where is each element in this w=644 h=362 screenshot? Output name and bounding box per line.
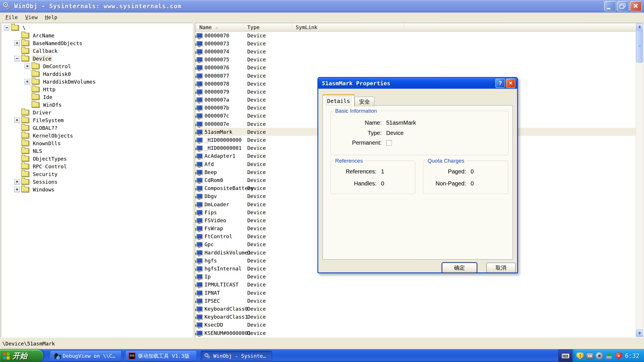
tree-item[interactable]: WinDfs: [1, 101, 193, 109]
scroll-up-icon[interactable]: ∧: [636, 23, 643, 31]
security-warning-shield-icon[interactable]: !: [576, 352, 584, 359]
list-row[interactable]: 00000076 Device: [195, 64, 636, 72]
tree-item-label[interactable]: FileSystem: [32, 117, 65, 124]
tree-item[interactable]: RPC Control: [1, 163, 193, 170]
ok-button[interactable]: 确定: [442, 263, 477, 273]
tree-item-label[interactable]: KernelObjects: [32, 132, 74, 139]
object-type: Device: [243, 73, 292, 79]
tree-item-label[interactable]: Windows: [32, 186, 56, 193]
taskbar-task-button[interactable]: WinObj - Sysinte...: [201, 351, 272, 361]
expand-icon[interactable]: +: [25, 79, 30, 84]
tree-item[interactable]: Driver: [1, 109, 193, 116]
minimize-button[interactable]: [604, 1, 616, 11]
taskbar-clock[interactable]: 6:32: [625, 353, 644, 359]
column-header-name[interactable]: Name △: [195, 23, 243, 31]
tree-item[interactable]: − Device: [1, 55, 193, 62]
list-row[interactable]: KeyboardClass0 Device: [195, 305, 636, 313]
close-button[interactable]: [630, 1, 642, 11]
safely-remove-hardware-icon[interactable]: [605, 352, 613, 359]
vmware-tools-icon[interactable]: vm: [586, 353, 593, 359]
tree-item-label[interactable]: ObjectTypes: [32, 155, 68, 162]
vertical-scrollbar[interactable]: ∧ ∨: [636, 23, 643, 337]
tree-item[interactable]: ObjectTypes: [1, 155, 193, 163]
list-row[interactable]: 00000073 Device: [195, 39, 636, 47]
menu-item[interactable]: File: [2, 14, 21, 21]
tree-item[interactable]: + BaseNamedObjects: [1, 39, 193, 47]
tree-item-label[interactable]: DmControl: [42, 63, 72, 70]
tree-item-label[interactable]: Device: [32, 55, 52, 62]
tree-item-label[interactable]: ArcName: [32, 32, 56, 39]
column-header-type[interactable]: Type: [243, 23, 292, 31]
restore-button[interactable]: [617, 1, 629, 11]
taskbar-task-button[interactable]: DebugView on \\C...: [50, 351, 121, 361]
scroll-down-icon[interactable]: ∨: [636, 329, 643, 337]
language-bar[interactable]: [558, 349, 572, 362]
object-type: Device: [243, 64, 292, 70]
expand-icon[interactable]: +: [14, 187, 20, 192]
tree-item-label[interactable]: Driver: [32, 109, 52, 116]
tree-item-label[interactable]: KnownDlls: [32, 140, 62, 147]
security-center-alert-icon[interactable]: ×: [615, 352, 622, 359]
start-button[interactable]: 开始: [0, 349, 43, 362]
tree-item-label[interactable]: BaseNamedObjects: [32, 40, 83, 46]
tree-item[interactable]: NLS: [1, 147, 193, 155]
tree-item[interactable]: KnownDlls: [1, 139, 193, 147]
taskbar-task-button[interactable]: 驱动加载工具 V1.3版: [125, 351, 197, 361]
tree-item-label[interactable]: Harddisk0: [42, 71, 72, 77]
tree-item-label[interactable]: Callback: [32, 48, 59, 54]
list-row[interactable]: Ip Device: [195, 273, 636, 281]
volume-icon[interactable]: [596, 352, 603, 359]
expand-icon[interactable]: +: [14, 118, 20, 123]
tree-item[interactable]: + Windows: [1, 186, 193, 193]
status-path: \Device\51asmMark: [2, 341, 55, 347]
tree-item[interactable]: + Sessions: [1, 178, 193, 186]
list-row[interactable]: IPNAT Device: [195, 289, 636, 297]
tree-item-label[interactable]: NLS: [32, 148, 43, 154]
tree-item-label[interactable]: Ide: [42, 94, 54, 100]
tree-item[interactable]: KernelObjects: [1, 132, 193, 139]
tree-item[interactable]: + DmControl: [1, 62, 193, 70]
tree-item-label[interactable]: WinDfs: [42, 102, 63, 108]
cancel-button[interactable]: 取消: [486, 263, 516, 273]
menu-item[interactable]: View: [21, 14, 41, 21]
column-header-symlink[interactable]: SymLink: [292, 23, 404, 31]
tree-item-label[interactable]: Sessions: [32, 179, 59, 185]
expand-icon[interactable]: +: [14, 179, 20, 185]
list-row[interactable]: KSENUM#00000001 Device: [195, 329, 636, 337]
object-name: 00000076: [204, 64, 229, 70]
tree-item-label[interactable]: RPC Control: [32, 163, 68, 170]
list-row[interactable]: KsecDD Device: [195, 321, 636, 329]
list-row[interactable]: KeyboardClass1 Device: [195, 313, 636, 321]
tree-item[interactable]: Harddisk0: [1, 70, 193, 78]
tree-item-label[interactable]: HarddiskDmVolumes: [42, 78, 97, 85]
expand-icon[interactable]: +: [25, 64, 30, 69]
tree-item[interactable]: GLOBAL??: [1, 124, 193, 132]
scrollbar-thumb[interactable]: [636, 31, 643, 62]
tree-item[interactable]: − \: [1, 24, 193, 32]
expand-icon[interactable]: +: [14, 41, 20, 46]
tree-item[interactable]: Http: [1, 86, 193, 93]
tree-item[interactable]: + HarddiskDmVolumes: [1, 78, 193, 86]
tree-item-label[interactable]: Security: [32, 171, 59, 177]
tree-item[interactable]: Callback: [1, 47, 193, 55]
collapse-icon[interactable]: −: [14, 56, 20, 61]
list-row[interactable]: 00000074 Device: [195, 47, 636, 55]
tree-item[interactable]: + FileSystem: [1, 116, 193, 124]
tab-details[interactable]: Details: [323, 94, 355, 106]
list-row[interactable]: 00000075 Device: [195, 56, 636, 64]
help-button[interactable]: ?: [495, 79, 505, 88]
menu-item[interactable]: Help: [41, 14, 61, 21]
tree-item-label[interactable]: \: [21, 25, 27, 31]
tree-item[interactable]: ArcName: [1, 32, 193, 39]
tree-item-label[interactable]: Http: [42, 86, 56, 93]
tree-item[interactable]: Security: [1, 170, 193, 178]
list-row[interactable]: IPMULTICAST Device: [195, 281, 636, 289]
list-row[interactable]: 00000070 Device: [195, 31, 636, 39]
permanent-checkbox[interactable]: [386, 140, 392, 146]
collapse-icon[interactable]: −: [4, 25, 9, 31]
tree-item-label[interactable]: GLOBAL??: [32, 125, 59, 131]
list-row[interactable]: IPSEC Device: [195, 297, 636, 305]
tree-item[interactable]: Ide: [1, 93, 193, 101]
tab-security[interactable]: 安全: [355, 97, 374, 106]
dialog-close-button[interactable]: ×: [506, 79, 515, 88]
